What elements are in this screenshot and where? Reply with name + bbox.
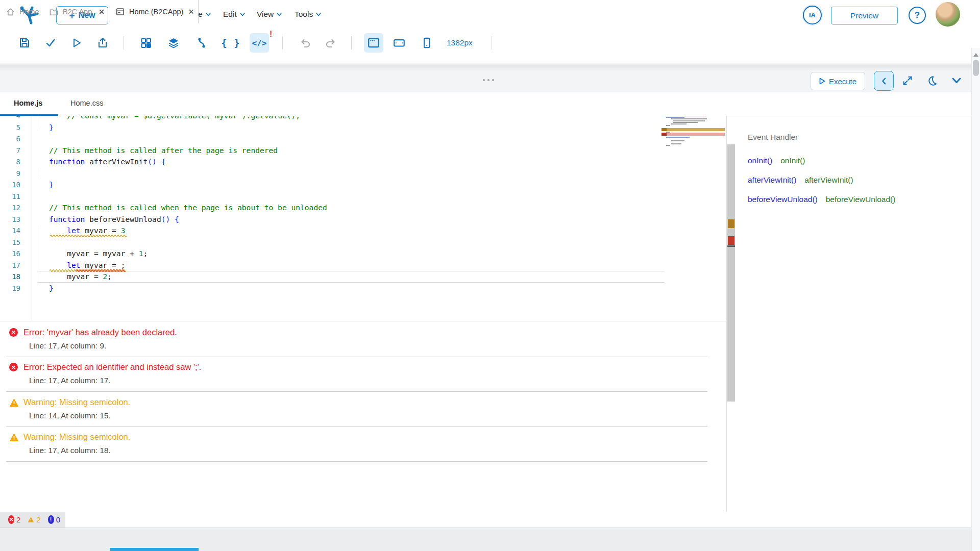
question-icon: ? [915, 10, 920, 20]
validate-button[interactable] [42, 35, 59, 51]
execute-button[interactable]: Execute [811, 72, 865, 90]
problem-location: Line: 14, At column: 15. [29, 411, 111, 421]
chevron-left-icon [880, 77, 888, 85]
fullscreen-button[interactable] [900, 73, 915, 88]
code-line[interactable]: 7// This method is called after the page… [0, 145, 726, 156]
line-number: 18 [0, 271, 20, 282]
toolbar-divider [492, 36, 492, 49]
handler-name: beforeViewUnload() [826, 194, 896, 205]
problem-title: Error: 'myvar' has already been declared… [23, 327, 177, 337]
event-row-oninit: onInit() onInit() [748, 155, 805, 166]
line-number: 15 [0, 237, 20, 248]
menu-view[interactable]: View [257, 10, 282, 19]
error-list-item[interactable]: ✕Error: Expected an identifier and inste… [0, 360, 726, 395]
code-line[interactable]: 10} [0, 179, 726, 190]
problem-location: Line: 17, At column: 18. [29, 445, 111, 456]
event-handler-title: Event Handler [748, 133, 798, 142]
braces-icon: { } [221, 37, 240, 48]
code-line[interactable]: 5} [0, 122, 726, 133]
export-icon [96, 37, 109, 49]
overview-ruler[interactable] [727, 144, 735, 402]
line-number: 16 [0, 248, 20, 259]
check-icon [44, 37, 57, 49]
close-icon[interactable]: ✕ [99, 8, 105, 16]
line-number: 14 [0, 225, 20, 236]
play-outline-icon [819, 78, 825, 85]
code-text: } [49, 122, 54, 133]
code-line[interactable]: 8function afterViewInit() { [0, 156, 726, 167]
collapse-panel-button[interactable] [874, 71, 894, 91]
code-line[interactable]: 9 [0, 168, 726, 179]
code-line[interactable]: 18myvar = 2; [0, 271, 726, 282]
chevron-down-icon [240, 13, 245, 16]
line-number: 11 [0, 191, 20, 202]
line-number: 19 [0, 283, 20, 294]
code-line[interactable]: 4// const myvar = $d.getVariable('myvar'… [0, 116, 726, 121]
redo-button[interactable] [323, 35, 339, 51]
ia-badge[interactable]: IA [803, 6, 822, 24]
bottom-tab-b2c-app[interactable]: B2C App ✕ [50, 0, 105, 23]
menu-edit[interactable]: Edit [223, 10, 245, 19]
bottom-tab-home-b2capp[interactable]: Home (B2CApp) ✕ [110, 0, 199, 23]
user-avatar[interactable] [936, 2, 960, 27]
publish-button[interactable] [94, 35, 111, 51]
minimize-panel-button[interactable] [949, 73, 964, 88]
preview-button[interactable]: Preview [831, 7, 898, 24]
mobile-mode-button[interactable] [419, 35, 435, 51]
close-icon[interactable]: ✕ [188, 8, 194, 16]
panel-drag-handle[interactable] [483, 79, 494, 81]
bottom-tab-home[interactable]: Home [6, 0, 39, 23]
minimap-warning-mark [662, 128, 667, 131]
page-scrollbar[interactable] [971, 48, 980, 551]
code-line[interactable]: 11 [0, 191, 726, 202]
dark-mode-button[interactable] [925, 73, 939, 88]
menu-tools[interactable]: Tools [295, 10, 321, 19]
code-line[interactable]: 16myvar = myvar + 1; [0, 248, 726, 259]
warning-list-item[interactable]: Warning: Missing semicolon.Line: 14, At … [0, 395, 726, 430]
event-link[interactable]: afterViewInit() [748, 174, 796, 186]
code-line[interactable]: 12// This method is called when the page… [0, 202, 726, 213]
help-button[interactable]: ? [909, 7, 926, 24]
tablet-mode-button[interactable] [391, 35, 407, 51]
event-link[interactable]: onInit() [748, 155, 772, 166]
handler-name: onInit() [780, 155, 805, 166]
problems-panel: ✕Error: 'myvar' has already been declare… [0, 321, 726, 512]
warning-list-item[interactable]: Warning: Missing semicolon.Line: 17, At … [0, 430, 726, 465]
desktop-mode-button[interactable] [365, 35, 382, 51]
layers-icon [167, 37, 180, 49]
code-line[interactable]: 6 [0, 133, 726, 144]
save-button[interactable] [16, 35, 33, 51]
undo-button[interactable] [297, 35, 313, 51]
divider [6, 427, 707, 427]
code-line[interactable]: 19} [0, 283, 726, 294]
toolbar-divider [282, 36, 283, 49]
toolbar-divider [124, 36, 124, 49]
minimap-warning-bar [667, 128, 725, 131]
problem-location: Line: 17, At column: 9. [29, 341, 106, 351]
code-line[interactable]: 15 [0, 237, 726, 248]
tab-home-js[interactable]: Home.js [14, 99, 42, 107]
screens-button[interactable] [165, 35, 182, 51]
warning-icon [9, 433, 18, 442]
run-button[interactable] [68, 35, 85, 51]
variables-button[interactable]: { } [223, 35, 239, 51]
line-number: 4 [0, 116, 20, 121]
code-editor[interactable]: 4// const myvar = $d.getVariable('myvar'… [0, 116, 726, 321]
code-editor-button[interactable]: </> [251, 35, 267, 51]
event-link[interactable]: beforeViewUnload() [748, 194, 818, 205]
screen-width-label[interactable]: 1382px [447, 38, 473, 47]
controls-button[interactable] [138, 35, 154, 51]
tab-home-css[interactable]: Home.css [70, 99, 103, 107]
scrollbar-thumb[interactable] [973, 60, 979, 76]
event-row-afterviewinit: afterViewInit() afterViewInit() [748, 174, 853, 186]
error-list-item[interactable]: ✕Error: 'myvar' has already been declare… [0, 325, 726, 360]
divider [6, 461, 707, 462]
expand-icon [902, 75, 913, 86]
scrollbar-up-arrow[interactable] [973, 53, 978, 57]
dataqueries-button[interactable] [193, 35, 210, 51]
code-alert-badge: ! [270, 30, 272, 39]
code-text: // const myvar = $d.getVariable('myvar')… [67, 116, 300, 121]
line-number: 9 [0, 168, 20, 179]
code-line[interactable]: 13function beforeViewUnload() { [0, 214, 726, 225]
problem-title: Error: Expected an identifier and instea… [23, 362, 201, 372]
